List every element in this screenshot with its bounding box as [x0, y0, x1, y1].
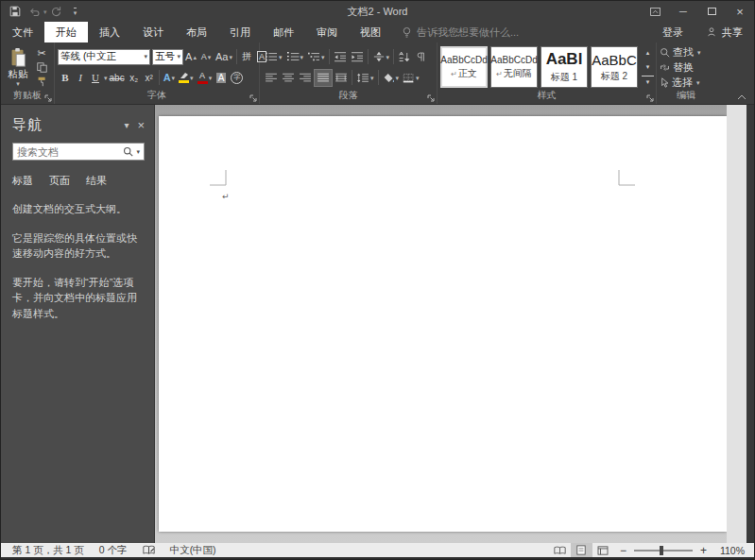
- nav-tab-results[interactable]: 结果: [86, 174, 107, 188]
- find-button[interactable]: 查找 ▾: [660, 45, 701, 59]
- read-mode-button[interactable]: [549, 543, 571, 557]
- subscript-button[interactable]: x₂: [127, 69, 142, 87]
- styles-scroll-up-button[interactable]: ▴: [642, 46, 654, 59]
- tab-insert[interactable]: 插入: [88, 22, 131, 42]
- styles-scroll-down-button[interactable]: ▾: [642, 61, 654, 74]
- proofing-status[interactable]: [135, 545, 163, 555]
- line-spacing-icon: [356, 73, 369, 83]
- show-hide-marks-button[interactable]: [412, 48, 427, 66]
- distributed-icon: [335, 73, 348, 83]
- tab-home[interactable]: 开始: [44, 22, 88, 42]
- align-right-button[interactable]: [297, 69, 314, 87]
- increase-indent-button[interactable]: [349, 48, 366, 66]
- font-color-dropdown-icon: ▾: [209, 75, 213, 81]
- highlight-button[interactable]: ▾: [177, 69, 196, 87]
- paragraph-dialog-launcher[interactable]: [427, 94, 435, 102]
- cut-button[interactable]: ✂: [34, 46, 49, 59]
- ribbon-display-options-button[interactable]: [641, 1, 669, 22]
- document-page[interactable]: ↵: [159, 116, 727, 532]
- distributed-button[interactable]: [333, 69, 350, 87]
- navigation-close-icon[interactable]: ×: [137, 118, 145, 132]
- style-heading1[interactable]: AaBl 标题 1: [541, 46, 588, 88]
- justify-button[interactable]: [314, 69, 333, 87]
- nav-tab-headings[interactable]: 标题: [12, 174, 33, 188]
- navigation-options-icon[interactable]: ▾: [124, 120, 129, 130]
- borders-button[interactable]: ▾: [401, 69, 421, 87]
- sort-button[interactable]: [396, 48, 412, 66]
- clipboard-group: 粘贴 ▾ ✂ 剪贴板: [1, 42, 55, 104]
- zoom-slider[interactable]: [634, 550, 693, 552]
- web-layout-button[interactable]: [592, 543, 614, 557]
- maximize-icon: [708, 8, 716, 15]
- strikethrough-button[interactable]: abc: [108, 69, 127, 87]
- zoom-slider-thumb[interactable]: [660, 546, 663, 555]
- zoom-in-button[interactable]: +: [695, 544, 712, 557]
- align-right-icon: [299, 73, 312, 83]
- close-button[interactable]: ×: [726, 1, 754, 22]
- bold-button[interactable]: B: [58, 69, 73, 87]
- language-status[interactable]: 中文(中国): [163, 544, 224, 557]
- font-size-combobox[interactable]: 五号▾: [152, 49, 183, 65]
- copy-button[interactable]: [34, 60, 49, 74]
- page-number-status[interactable]: 第 1 页，共 1 页: [5, 544, 92, 557]
- underline-button[interactable]: U: [88, 69, 103, 87]
- vertical-scrollbar[interactable]: [727, 105, 746, 543]
- align-center-button[interactable]: [280, 69, 297, 87]
- shading-button[interactable]: ▾: [381, 69, 402, 87]
- style-name: 标题 2: [601, 70, 627, 83]
- multilevel-list-button[interactable]: ▾: [305, 48, 327, 66]
- print-layout-button[interactable]: [571, 543, 592, 557]
- asian-layout-button[interactable]: ▾: [370, 48, 392, 66]
- character-shading-button[interactable]: A: [214, 69, 229, 87]
- collapse-ribbon-button[interactable]: [737, 93, 746, 100]
- sign-in-button[interactable]: 登录: [651, 22, 695, 42]
- tab-design[interactable]: 设计: [131, 22, 175, 42]
- shrink-font-button[interactable]: A▾: [198, 48, 214, 66]
- share-button[interactable]: 共享: [695, 22, 754, 42]
- phonetic-guide-button[interactable]: 拼: [239, 48, 254, 66]
- tab-review[interactable]: 审阅: [305, 22, 349, 42]
- bullets-button[interactable]: ▾: [263, 48, 284, 66]
- font-name-combobox[interactable]: 等线 (中文正▾: [58, 49, 150, 65]
- clipboard-dialog-launcher[interactable]: [44, 94, 52, 102]
- style-heading2[interactable]: AaBbC 标题 2: [591, 46, 638, 88]
- styles-more-button[interactable]: ▾: [642, 76, 654, 88]
- tell-me-box[interactable]: 告诉我您想要做什么...: [392, 22, 528, 42]
- italic-button[interactable]: I: [73, 69, 88, 87]
- style-normal[interactable]: AaBbCcDd ↵正文: [440, 46, 488, 88]
- change-case-button[interactable]: Aa▾: [214, 48, 234, 66]
- search-button[interactable]: ▾: [119, 144, 144, 160]
- save-button[interactable]: [6, 2, 25, 21]
- search-input[interactable]: [13, 146, 119, 158]
- tab-mailings[interactable]: 邮件: [262, 22, 305, 42]
- style-no-spacing[interactable]: AaBbCcDd ↵无间隔: [490, 46, 538, 88]
- select-button[interactable]: 选择 ▾: [660, 76, 701, 89]
- redo-button[interactable]: [47, 2, 66, 21]
- customize-quick-access-button[interactable]: ▾: [66, 2, 85, 21]
- minimize-button[interactable]: ─: [669, 1, 697, 22]
- maximize-button[interactable]: [697, 1, 726, 22]
- zoom-out-button[interactable]: −: [614, 544, 632, 557]
- zoom-level[interactable]: 110%: [712, 545, 750, 556]
- tab-layout[interactable]: 布局: [175, 22, 218, 42]
- font-dialog-launcher[interactable]: [249, 94, 257, 102]
- align-left-button[interactable]: [263, 69, 280, 87]
- paste-button[interactable]: 粘贴 ▾: [4, 47, 32, 87]
- tab-view[interactable]: 视图: [349, 22, 392, 42]
- format-painter-button[interactable]: [34, 75, 49, 88]
- numbering-button[interactable]: ▾: [284, 48, 306, 66]
- undo-button[interactable]: [25, 2, 43, 21]
- replace-button[interactable]: 替换: [660, 60, 701, 74]
- line-spacing-button[interactable]: ▾: [354, 69, 376, 87]
- enclose-characters-button[interactable]: 字: [229, 69, 245, 87]
- tab-file[interactable]: 文件: [1, 22, 44, 42]
- font-color-button[interactable]: A ▾: [196, 69, 214, 87]
- nav-tab-pages[interactable]: 页面: [49, 174, 70, 188]
- word-count-status[interactable]: 0 个字: [92, 544, 135, 557]
- grow-font-button[interactable]: A▴: [183, 48, 198, 66]
- decrease-indent-button[interactable]: [332, 48, 349, 66]
- styles-dialog-launcher[interactable]: [646, 94, 654, 102]
- superscript-button[interactable]: x²: [142, 69, 157, 87]
- text-effects-button[interactable]: A▾: [162, 69, 177, 87]
- tab-references[interactable]: 引用: [218, 22, 262, 42]
